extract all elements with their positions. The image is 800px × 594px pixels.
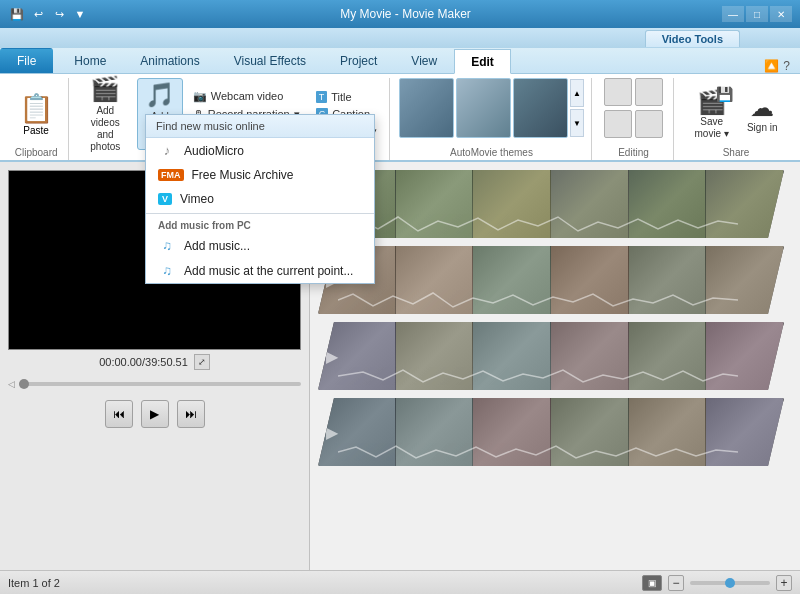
status-bar: Item 1 of 2 ▣ − +	[0, 570, 800, 594]
scrubber-track[interactable]	[19, 382, 301, 386]
vimeo-label: Vimeo	[180, 192, 214, 206]
paste-button[interactable]: 📋 Paste	[9, 78, 64, 150]
film-strip-3[interactable]	[318, 322, 784, 390]
waveform-1	[338, 214, 738, 234]
clipboard-group: 📋 Paste Clipboard	[4, 78, 69, 160]
fast-forward-button[interactable]: ⏭	[177, 400, 205, 428]
add-music-current-icon: ♫	[158, 263, 176, 278]
theme-nav-down[interactable]: ▼	[570, 109, 584, 137]
time-display: 00:00.00/39:50.51	[99, 356, 188, 368]
title-bar: 💾 ↩ ↪ ▼ My Movie - Movie Maker — □ ✕	[0, 0, 800, 28]
preview-controls: ⏮ ▶ ⏭	[8, 400, 301, 428]
main-area: 00:00.00/39:50.51 ⤢ ◁ ⏮ ▶ ⏭	[0, 162, 800, 570]
audiomicro-item[interactable]: ♪ AudioMicro	[146, 138, 374, 163]
qa-undo-btn[interactable]: ↩	[29, 5, 47, 23]
add-music-current-label: Add music at the current point...	[184, 264, 353, 278]
close-button[interactable]: ✕	[770, 6, 792, 22]
play-button[interactable]: ▶	[141, 400, 169, 428]
qa-more-btn[interactable]: ▼	[71, 5, 89, 23]
title-button[interactable]: T Title	[310, 89, 383, 105]
add-music-dropdown: Find new music online ♪ AudioMicro FMA F…	[145, 114, 375, 284]
tab-project[interactable]: Project	[323, 48, 394, 73]
maximize-button[interactable]: □	[746, 6, 768, 22]
theme-nav-up[interactable]: ▲	[570, 79, 584, 107]
monitor-icon: ▣	[642, 575, 662, 591]
timeline-content[interactable]	[310, 162, 800, 570]
webcam-icon: 📷	[193, 90, 207, 103]
minimize-button[interactable]: —	[722, 6, 744, 22]
film-strip-4[interactable]	[318, 398, 784, 466]
window-title: My Movie - Movie Maker	[89, 7, 722, 21]
dropdown-separator	[146, 213, 374, 214]
add-music-label: Add music...	[184, 239, 250, 253]
save-movie-label: Savemovie ▾	[694, 116, 728, 140]
theme-3[interactable]	[513, 78, 568, 138]
scrubber-thumb[interactable]	[19, 379, 29, 389]
item-count: Item 1 of 2	[8, 577, 60, 589]
zoom-slider[interactable]	[690, 581, 770, 585]
waveform-3	[338, 366, 738, 386]
ribbon-tabs: File Home Animations Visual Effects Proj…	[0, 48, 800, 74]
video-tools-tab[interactable]: Video Tools	[645, 30, 740, 47]
waveform-4	[338, 442, 738, 462]
preview-time-area: 00:00.00/39:50.51 ⤢	[8, 354, 301, 370]
fma-icon: FMA	[158, 169, 184, 181]
rewind-button[interactable]: ⏮	[105, 400, 133, 428]
webcam-video-button[interactable]: 📷 Webcam video	[187, 88, 306, 105]
share-group: 🎬 💾 Savemovie ▾ ☁ Sign in Share	[676, 78, 796, 160]
quick-access-toolbar: 💾 ↩ ↪ ▼	[8, 5, 89, 23]
webcam-label: Webcam video	[211, 90, 284, 102]
fma-item[interactable]: FMA Free Music Archive	[146, 163, 374, 187]
window-controls: — □ ✕	[722, 6, 792, 22]
status-right: ▣ − +	[642, 575, 792, 591]
vimeo-icon: V	[158, 193, 172, 205]
add-videos-label: Add videosand photos	[85, 105, 125, 153]
automovie-group: ▲ ▼ AutoMovie themes	[392, 78, 592, 160]
zoom-out-button[interactable]: −	[668, 575, 684, 591]
sign-in-button[interactable]: ☁ Sign in	[739, 78, 786, 150]
film-strip-1[interactable]	[318, 170, 784, 238]
edit-btn-2[interactable]	[635, 78, 663, 106]
editing-label: Editing	[618, 147, 649, 158]
automovie-label: AutoMovie themes	[450, 147, 533, 158]
theme-1[interactable]	[399, 78, 454, 138]
tab-edit[interactable]: Edit	[454, 49, 511, 74]
theme-2[interactable]	[456, 78, 511, 138]
qa-redo-btn[interactable]: ↪	[50, 5, 68, 23]
section-label: Add music from PC	[146, 216, 374, 233]
share-label: Share	[723, 147, 750, 158]
ribbon: 📋 Paste Clipboard 🎬 Add videosand photos…	[0, 74, 800, 162]
tab-animations[interactable]: Animations	[123, 48, 216, 73]
edit-btn-3[interactable]	[604, 110, 632, 138]
theme-thumbnails: ▲ ▼	[399, 78, 584, 152]
edit-btn-1[interactable]	[604, 78, 632, 106]
theme-nav: ▲ ▼	[570, 79, 584, 137]
film-strip-2[interactable]	[318, 246, 784, 314]
add-music-item[interactable]: ♫ Add music...	[146, 233, 374, 258]
zoom-in-button[interactable]: +	[776, 575, 792, 591]
tab-view[interactable]: View	[394, 48, 454, 73]
qa-save-btn[interactable]: 💾	[8, 5, 26, 23]
tab-home[interactable]: Home	[57, 48, 123, 73]
paste-label: Paste	[23, 125, 49, 136]
zoom-thumb[interactable]	[725, 578, 735, 588]
add-music-current-item[interactable]: ♫ Add music at the current point...	[146, 258, 374, 283]
edit-btn-4[interactable]	[635, 110, 663, 138]
add-music-icon: ♫	[158, 238, 176, 253]
audiomicro-icon: ♪	[158, 143, 176, 158]
tab-visual-effects[interactable]: Visual Effects	[217, 48, 323, 73]
help-area: 🔼 ?	[764, 59, 800, 73]
expand-button[interactable]: ⤢	[194, 354, 210, 370]
add-videos-button[interactable]: 🎬 Add videosand photos	[77, 78, 133, 150]
waveform-2	[338, 290, 738, 310]
timeline-wrapper	[310, 162, 800, 570]
tab-file[interactable]: File	[0, 48, 53, 73]
save-movie-button[interactable]: 🎬 💾 Savemovie ▾	[686, 78, 736, 150]
clipboard-label: Clipboard	[15, 147, 58, 158]
title-label: Title	[331, 91, 351, 103]
preview-scrubber: ◁	[8, 376, 301, 392]
vimeo-item[interactable]: V Vimeo	[146, 187, 374, 211]
fma-label: Free Music Archive	[192, 168, 294, 182]
dropdown-header: Find new music online	[146, 115, 374, 138]
title-icon: T	[316, 91, 328, 103]
